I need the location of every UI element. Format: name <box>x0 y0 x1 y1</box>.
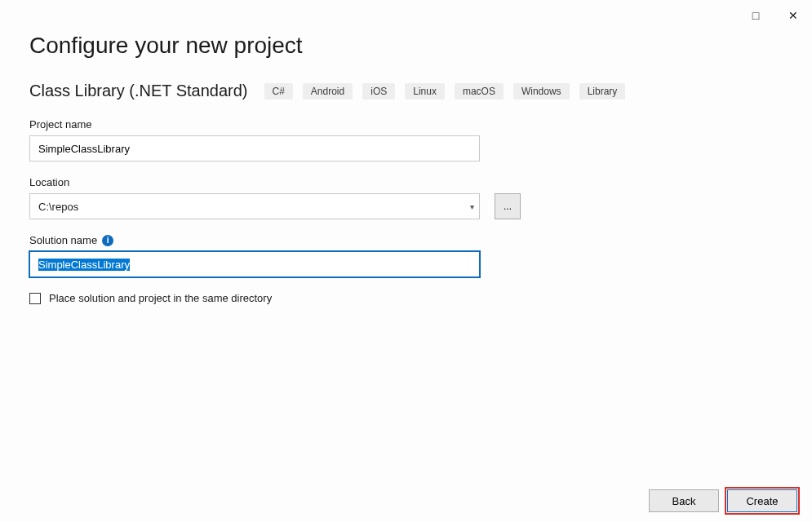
template-header-row: Class Library (.NET Standard) C# Android… <box>29 82 783 100</box>
location-group: Location C:\repos ▾ ... <box>29 176 783 219</box>
create-button[interactable]: Create <box>727 489 797 512</box>
solution-name-input[interactable]: SimpleClassLibrary <box>29 251 480 277</box>
tag-csharp: C# <box>264 83 293 100</box>
location-label: Location <box>29 176 783 188</box>
solution-name-label: Solution name <box>29 234 97 246</box>
location-combo[interactable]: C:\repos ▾ <box>29 193 480 219</box>
solution-name-value: SimpleClassLibrary <box>38 259 130 271</box>
info-icon[interactable]: i <box>102 235 113 246</box>
template-name: Class Library (.NET Standard) <box>29 82 248 100</box>
same-directory-label: Place solution and project in the same d… <box>49 292 272 304</box>
same-directory-row: Place solution and project in the same d… <box>29 292 783 304</box>
maximize-button[interactable]: □ <box>737 5 774 26</box>
window-titlebar: □ ✕ <box>737 0 812 26</box>
maximize-icon: □ <box>752 9 759 22</box>
dialog-window: □ ✕ Configure your new project Class Lib… <box>0 0 812 522</box>
tag-android: Android <box>303 83 353 100</box>
tag-library: Library <box>579 83 626 100</box>
ellipsis-icon: ... <box>504 201 512 212</box>
close-button[interactable]: ✕ <box>774 5 812 26</box>
solution-name-label-row: Solution name i <box>29 234 783 246</box>
chevron-down-icon: ▾ <box>470 202 474 211</box>
tag-macos: macOS <box>455 83 504 100</box>
same-directory-checkbox[interactable] <box>29 293 41 304</box>
tag-ios: iOS <box>362 83 395 100</box>
back-button[interactable]: Back <box>649 489 719 512</box>
close-icon: ✕ <box>788 9 798 22</box>
project-name-group: Project name <box>29 118 783 161</box>
project-name-input[interactable] <box>29 135 480 161</box>
page-title: Configure your new project <box>29 33 783 59</box>
browse-button[interactable]: ... <box>495 193 521 219</box>
project-name-label: Project name <box>29 118 783 130</box>
dialog-content: Configure your new project Class Library… <box>0 0 812 304</box>
location-value: C:\repos <box>38 201 78 213</box>
solution-name-group: Solution name i SimpleClassLibrary <box>29 234 783 277</box>
tag-windows: Windows <box>513 83 570 100</box>
dialog-footer: Back Create <box>649 489 797 512</box>
tag-linux: Linux <box>405 83 445 100</box>
location-row: C:\repos ▾ ... <box>29 193 783 219</box>
